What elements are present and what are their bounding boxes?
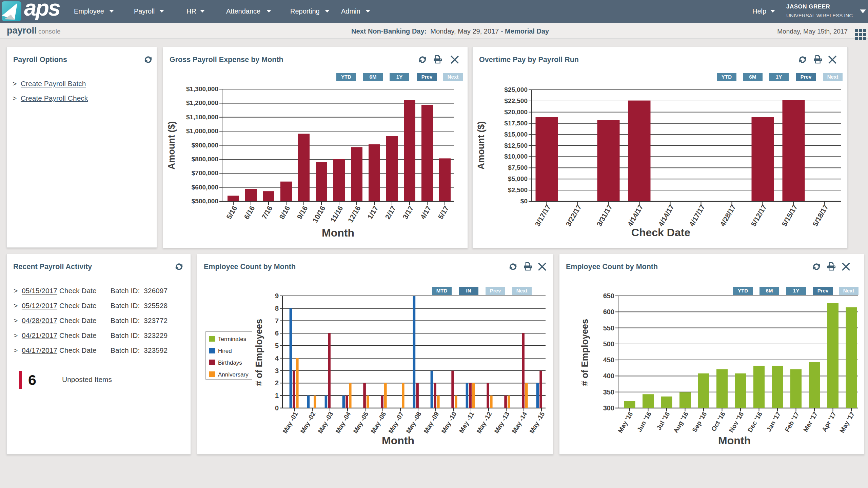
svg-text:May -14: May -14 [510, 410, 528, 434]
svg-text:4/17: 4/17 [419, 205, 432, 221]
svg-text:$700,000: $700,000 [192, 169, 218, 177]
svg-text:May '17: May '17 [838, 411, 856, 434]
svg-text:5/17: 5/17 [436, 205, 450, 221]
svg-text:300: 300 [603, 404, 614, 412]
svg-text:$1,200,000: $1,200,000 [186, 99, 218, 106]
svg-text:May '16: May '16 [616, 411, 634, 434]
svg-text:May -08: May -08 [405, 411, 422, 435]
svg-text:Month: Month [322, 227, 354, 239]
svg-text:7/16: 7/16 [260, 205, 274, 221]
svg-text:$22,500: $22,500 [504, 97, 528, 104]
svg-text:Jan '17: Jan '17 [765, 411, 782, 433]
svg-text:450: 450 [603, 356, 614, 364]
svg-text:9/16: 9/16 [295, 205, 309, 221]
svg-text:May -06: May -06 [369, 411, 387, 435]
svg-text:8/16: 8/16 [278, 205, 291, 221]
svg-text:1: 1 [275, 392, 279, 399]
svg-text:5/18/17: 5/18/17 [811, 203, 830, 228]
svg-text:May -02: May -02 [299, 411, 317, 435]
svg-text:$5,000: $5,000 [508, 175, 528, 182]
svg-text:3/31/17: 3/31/17 [595, 203, 614, 228]
svg-text:$15,000: $15,000 [504, 131, 528, 138]
svg-text:Aug '16: Aug '16 [672, 411, 690, 434]
svg-text:May -03: May -03 [316, 411, 334, 435]
svg-text:6: 6 [275, 329, 279, 337]
svg-text:Jul '16: Jul '16 [655, 411, 671, 431]
svg-text:400: 400 [603, 372, 614, 380]
svg-text:May -10: May -10 [440, 411, 458, 435]
svg-text:$900,000: $900,000 [192, 142, 218, 149]
svg-text:2/17: 2/17 [383, 205, 397, 221]
svg-text:3: 3 [275, 367, 279, 374]
svg-text:2: 2 [275, 379, 279, 387]
svg-text:9: 9 [275, 292, 279, 300]
svg-text:$10,000: $10,000 [504, 153, 528, 160]
svg-text:3/17/17: 3/17/17 [533, 203, 552, 228]
svg-text:$1,300,000: $1,300,000 [186, 85, 218, 93]
svg-text:$12,500: $12,500 [504, 142, 528, 149]
svg-text:5: 5 [275, 342, 279, 349]
svg-text:May -04: May -04 [334, 410, 352, 434]
svg-text:10/16: 10/16 [311, 205, 327, 224]
svg-text:Oct '16: Oct '16 [710, 411, 726, 433]
svg-text:4/14/17: 4/14/17 [657, 203, 675, 228]
svg-text:12/16: 12/16 [346, 205, 362, 224]
svg-text:$17,500: $17,500 [504, 120, 528, 127]
svg-text:550: 550 [603, 324, 614, 332]
svg-text:Dec '16: Dec '16 [746, 411, 764, 433]
svg-text:May -01: May -01 [281, 410, 299, 434]
svg-text:Feb '17: Feb '17 [783, 411, 801, 433]
svg-text:$800,000: $800,000 [192, 156, 218, 163]
svg-text:7: 7 [275, 317, 279, 325]
svg-text:650: 650 [603, 292, 614, 300]
svg-text:8: 8 [275, 305, 279, 312]
svg-text:# of Employees: # of Employees [254, 319, 264, 386]
svg-text:11/16: 11/16 [329, 205, 344, 224]
svg-text:May -09: May -09 [422, 411, 440, 435]
svg-text:Sep '16: Sep '16 [691, 411, 708, 433]
svg-text:3/22/17: 3/22/17 [564, 203, 583, 228]
svg-text:600: 600 [603, 308, 614, 316]
svg-text:May -11: May -11 [458, 410, 476, 434]
svg-text:May -13: May -13 [493, 411, 511, 435]
svg-text:$600,000: $600,000 [192, 184, 218, 191]
svg-text:Amount ($): Amount ($) [166, 121, 177, 169]
svg-text:May -15: May -15 [528, 410, 546, 434]
svg-text:Check Date: Check Date [631, 226, 690, 239]
svg-text:3/17: 3/17 [401, 205, 415, 221]
svg-text:Apr '17: Apr '17 [821, 411, 837, 433]
svg-text:May -07: May -07 [387, 411, 405, 435]
svg-text:6/16: 6/16 [242, 205, 256, 221]
svg-text:1/17: 1/17 [366, 205, 379, 221]
svg-text:Month: Month [382, 434, 414, 447]
svg-text:$1,100,000: $1,100,000 [186, 114, 218, 121]
svg-text:Jun '16: Jun '16 [635, 411, 653, 433]
svg-text:$500,000: $500,000 [192, 198, 218, 205]
svg-text:5/12/17: 5/12/17 [749, 203, 768, 228]
svg-text:$20,000: $20,000 [504, 108, 528, 116]
svg-text:# of Employees: # of Employees [580, 319, 590, 386]
svg-text:500: 500 [603, 340, 614, 348]
svg-text:0: 0 [275, 404, 279, 412]
svg-text:$7,500: $7,500 [508, 164, 528, 171]
svg-text:$25,000: $25,000 [504, 86, 528, 93]
svg-text:May -05: May -05 [352, 410, 370, 434]
svg-text:$0: $0 [520, 198, 528, 205]
svg-text:350: 350 [603, 388, 614, 396]
svg-text:$1,000,000: $1,000,000 [186, 127, 218, 135]
svg-text:4/28/17: 4/28/17 [718, 203, 737, 228]
svg-text:Amount ($): Amount ($) [476, 121, 486, 169]
svg-text:May -12: May -12 [475, 411, 493, 435]
svg-text:Month: Month [718, 434, 751, 447]
svg-text:4/17/17: 4/17/17 [688, 203, 706, 228]
svg-text:Mar '17: Mar '17 [802, 411, 819, 433]
svg-text:5/16: 5/16 [225, 205, 238, 221]
svg-text:5/15/17: 5/15/17 [780, 203, 799, 228]
svg-text:$2,500: $2,500 [508, 186, 528, 194]
svg-text:4: 4 [275, 354, 279, 362]
svg-text:4/14/17: 4/14/17 [626, 203, 645, 228]
svg-text:Nov '16: Nov '16 [728, 411, 745, 434]
